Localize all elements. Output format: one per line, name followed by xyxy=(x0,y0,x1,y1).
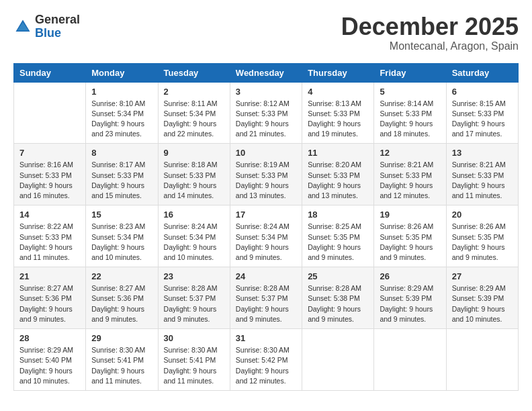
day-number: 14 xyxy=(19,210,80,220)
day-info: Sunrise: 8:28 AM Sunset: 5:38 PM Dayligh… xyxy=(308,283,368,324)
calendar-cell: 17Sunrise: 8:24 AM Sunset: 5:34 PM Dayli… xyxy=(230,205,302,267)
logo-general: General xyxy=(35,13,80,26)
day-number: 9 xyxy=(164,148,224,158)
day-info: Sunrise: 8:14 AM Sunset: 5:33 PM Dayligh… xyxy=(380,99,440,140)
day-number: 2 xyxy=(164,87,224,97)
day-info: Sunrise: 8:18 AM Sunset: 5:33 PM Dayligh… xyxy=(164,160,224,201)
weekday-thursday: Thursday xyxy=(302,63,374,82)
calendar-table: SundayMondayTuesdayWednesdayThursdayFrid… xyxy=(13,63,519,391)
calendar-cell: 18Sunrise: 8:25 AM Sunset: 5:35 PM Dayli… xyxy=(302,205,374,267)
day-number: 22 xyxy=(91,271,152,281)
calendar-cell: 24Sunrise: 8:28 AM Sunset: 5:37 PM Dayli… xyxy=(230,267,302,329)
calendar-cell xyxy=(374,329,446,391)
day-number: 31 xyxy=(236,333,296,343)
day-info: Sunrise: 8:29 AM Sunset: 5:39 PM Dayligh… xyxy=(380,283,440,324)
day-info: Sunrise: 8:12 AM Sunset: 5:33 PM Dayligh… xyxy=(236,99,296,140)
day-number: 12 xyxy=(380,148,440,158)
day-info: Sunrise: 8:10 AM Sunset: 5:34 PM Dayligh… xyxy=(91,99,152,140)
day-info: Sunrise: 8:29 AM Sunset: 5:40 PM Dayligh… xyxy=(19,345,80,386)
calendar-cell: 10Sunrise: 8:19 AM Sunset: 5:33 PM Dayli… xyxy=(230,144,302,205)
day-info: Sunrise: 8:27 AM Sunset: 5:36 PM Dayligh… xyxy=(19,283,80,324)
day-info: Sunrise: 8:30 AM Sunset: 5:41 PM Dayligh… xyxy=(91,345,152,386)
calendar-cell: 23Sunrise: 8:28 AM Sunset: 5:37 PM Dayli… xyxy=(158,267,230,329)
calendar-cell: 1Sunrise: 8:10 AM Sunset: 5:34 PM Daylig… xyxy=(86,82,158,144)
day-info: Sunrise: 8:21 AM Sunset: 5:33 PM Dayligh… xyxy=(380,160,440,201)
day-number: 1 xyxy=(91,87,152,97)
day-number: 27 xyxy=(452,271,513,281)
day-number: 19 xyxy=(380,210,440,220)
calendar-week-4: 28Sunrise: 8:29 AM Sunset: 5:40 PM Dayli… xyxy=(14,329,519,391)
day-number: 24 xyxy=(236,271,296,281)
day-info: Sunrise: 8:11 AM Sunset: 5:34 PM Dayligh… xyxy=(164,99,224,140)
calendar-cell: 2Sunrise: 8:11 AM Sunset: 5:34 PM Daylig… xyxy=(158,82,230,144)
day-number: 21 xyxy=(19,271,80,281)
calendar-cell: 27Sunrise: 8:29 AM Sunset: 5:39 PM Dayli… xyxy=(446,267,518,329)
day-info: Sunrise: 8:24 AM Sunset: 5:34 PM Dayligh… xyxy=(164,222,224,263)
calendar-cell: 6Sunrise: 8:15 AM Sunset: 5:33 PM Daylig… xyxy=(446,82,518,144)
weekday-monday: Monday xyxy=(86,63,158,82)
calendar-cell: 13Sunrise: 8:21 AM Sunset: 5:33 PM Dayli… xyxy=(446,144,518,205)
calendar-cell: 21Sunrise: 8:27 AM Sunset: 5:36 PM Dayli… xyxy=(14,267,86,329)
day-number: 11 xyxy=(308,148,368,158)
day-info: Sunrise: 8:13 AM Sunset: 5:33 PM Dayligh… xyxy=(308,99,368,140)
calendar-cell: 25Sunrise: 8:28 AM Sunset: 5:38 PM Dayli… xyxy=(302,267,374,329)
day-number: 4 xyxy=(308,87,368,97)
day-number: 8 xyxy=(91,148,152,158)
day-number: 7 xyxy=(19,148,80,158)
day-info: Sunrise: 8:17 AM Sunset: 5:33 PM Dayligh… xyxy=(91,160,152,201)
calendar-week-1: 7Sunrise: 8:16 AM Sunset: 5:33 PM Daylig… xyxy=(14,144,519,205)
day-info: Sunrise: 8:26 AM Sunset: 5:35 PM Dayligh… xyxy=(452,222,513,263)
calendar-cell xyxy=(446,329,518,391)
day-info: Sunrise: 8:26 AM Sunset: 5:35 PM Dayligh… xyxy=(380,222,440,263)
calendar-cell: 19Sunrise: 8:26 AM Sunset: 5:35 PM Dayli… xyxy=(374,205,446,267)
logo-icon xyxy=(13,17,32,36)
day-number: 25 xyxy=(308,271,368,281)
day-info: Sunrise: 8:16 AM Sunset: 5:33 PM Dayligh… xyxy=(19,160,80,201)
day-info: Sunrise: 8:25 AM Sunset: 5:35 PM Dayligh… xyxy=(308,222,368,263)
day-info: Sunrise: 8:30 AM Sunset: 5:41 PM Dayligh… xyxy=(164,345,224,386)
calendar-cell: 31Sunrise: 8:30 AM Sunset: 5:42 PM Dayli… xyxy=(230,329,302,391)
day-number: 10 xyxy=(236,148,296,158)
calendar-week-0: 1Sunrise: 8:10 AM Sunset: 5:34 PM Daylig… xyxy=(14,82,519,144)
location: Montecanal, Aragon, Spain xyxy=(341,40,519,52)
calendar-cell: 5Sunrise: 8:14 AM Sunset: 5:33 PM Daylig… xyxy=(374,82,446,144)
day-info: Sunrise: 8:23 AM Sunset: 5:34 PM Dayligh… xyxy=(91,222,152,263)
day-number: 29 xyxy=(91,333,152,343)
day-number: 13 xyxy=(452,148,513,158)
calendar-cell: 14Sunrise: 8:22 AM Sunset: 5:33 PM Dayli… xyxy=(14,205,86,267)
logo: General Blue xyxy=(13,13,80,40)
day-number: 5 xyxy=(380,87,440,97)
page-header: General Blue December 2025 Montecanal, A… xyxy=(13,13,519,52)
day-info: Sunrise: 8:19 AM Sunset: 5:33 PM Dayligh… xyxy=(236,160,296,201)
calendar-cell: 9Sunrise: 8:18 AM Sunset: 5:33 PM Daylig… xyxy=(158,144,230,205)
day-info: Sunrise: 8:28 AM Sunset: 5:37 PM Dayligh… xyxy=(236,283,296,324)
day-number: 16 xyxy=(164,210,224,220)
day-number: 23 xyxy=(164,271,224,281)
calendar-cell xyxy=(302,329,374,391)
calendar-week-3: 21Sunrise: 8:27 AM Sunset: 5:36 PM Dayli… xyxy=(14,267,519,329)
day-info: Sunrise: 8:15 AM Sunset: 5:33 PM Dayligh… xyxy=(452,99,513,140)
calendar-cell: 12Sunrise: 8:21 AM Sunset: 5:33 PM Dayli… xyxy=(374,144,446,205)
calendar-cell: 16Sunrise: 8:24 AM Sunset: 5:34 PM Dayli… xyxy=(158,205,230,267)
day-info: Sunrise: 8:28 AM Sunset: 5:37 PM Dayligh… xyxy=(164,283,224,324)
weekday-header-row: SundayMondayTuesdayWednesdayThursdayFrid… xyxy=(14,63,519,82)
weekday-wednesday: Wednesday xyxy=(230,63,302,82)
calendar-cell: 26Sunrise: 8:29 AM Sunset: 5:39 PM Dayli… xyxy=(374,267,446,329)
day-number: 28 xyxy=(19,333,80,343)
day-number: 18 xyxy=(308,210,368,220)
logo-blue: Blue xyxy=(35,26,61,40)
day-info: Sunrise: 8:21 AM Sunset: 5:33 PM Dayligh… xyxy=(452,160,513,201)
day-info: Sunrise: 8:29 AM Sunset: 5:39 PM Dayligh… xyxy=(452,283,513,324)
logo-text: General Blue xyxy=(35,13,80,40)
calendar-cell: 28Sunrise: 8:29 AM Sunset: 5:40 PM Dayli… xyxy=(14,329,86,391)
day-info: Sunrise: 8:27 AM Sunset: 5:36 PM Dayligh… xyxy=(91,283,152,324)
calendar-cell: 3Sunrise: 8:12 AM Sunset: 5:33 PM Daylig… xyxy=(230,82,302,144)
day-info: Sunrise: 8:20 AM Sunset: 5:33 PM Dayligh… xyxy=(308,160,368,201)
day-info: Sunrise: 8:30 AM Sunset: 5:42 PM Dayligh… xyxy=(236,345,296,386)
calendar-cell: 22Sunrise: 8:27 AM Sunset: 5:36 PM Dayli… xyxy=(86,267,158,329)
calendar-cell: 30Sunrise: 8:30 AM Sunset: 5:41 PM Dayli… xyxy=(158,329,230,391)
calendar-cell: 11Sunrise: 8:20 AM Sunset: 5:33 PM Dayli… xyxy=(302,144,374,205)
day-number: 15 xyxy=(91,210,152,220)
weekday-saturday: Saturday xyxy=(446,63,518,82)
calendar-cell: 7Sunrise: 8:16 AM Sunset: 5:33 PM Daylig… xyxy=(14,144,86,205)
